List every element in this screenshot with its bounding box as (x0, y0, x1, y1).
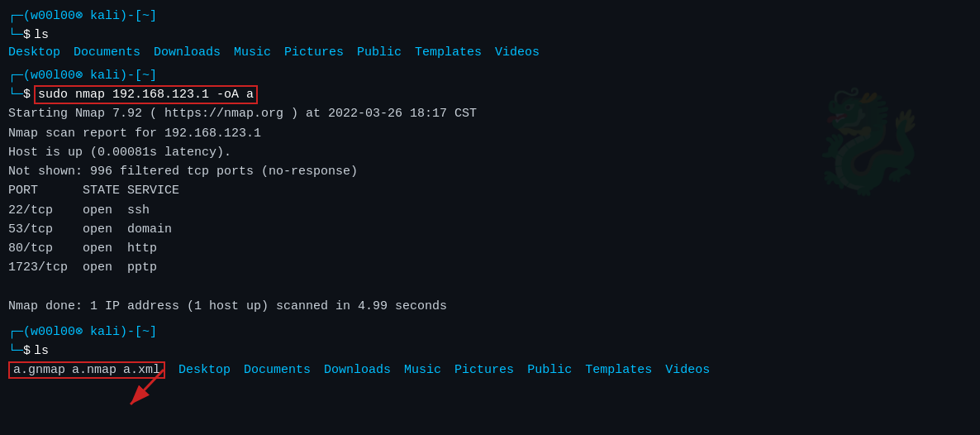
block1: ┌─(w00l00⊗ kali)-[~] └─ $ ls Desktop Doc… (8, 7, 972, 60)
file-gnmap: a.gnmap (13, 363, 65, 377)
dir2-downloads: Downloads (324, 363, 391, 377)
dir-videos: Videos (495, 45, 540, 60)
nmap-line-8: 80/tcp open http (8, 239, 972, 258)
command-1: ls (34, 26, 49, 45)
dir-pictures: Pictures (284, 45, 344, 60)
nmap-line-2: Nmap scan report for 192.168.123.1 (8, 124, 972, 143)
dir2-pictures: Pictures (454, 363, 514, 377)
dir-desktop: Desktop (8, 45, 60, 60)
svg-line-1 (131, 370, 164, 404)
dir-documents: Documents (74, 45, 140, 60)
dir2-music: Music (404, 363, 441, 377)
dollar-1: $ (23, 26, 31, 45)
prompt-line-3: ┌─(w00l00⊗ kali)-[~] (8, 323, 972, 342)
dir2-documents: Documents (244, 363, 311, 377)
prompt-arrow-2: └─ (8, 85, 23, 104)
nmap-line-5: PORT STATE SERVICE (8, 181, 972, 200)
nmap-line-blank (8, 278, 972, 297)
dir-downloads: Downloads (154, 45, 221, 60)
prompt-line-2: ┌─(w00l00⊗ kali)-[~] (8, 66, 972, 85)
nmap-command-highlighted: sudo nmap 192.168.123.1 -oA a (34, 85, 258, 105)
nmap-line-4: Not shown: 996 filtered tcp ports (no-re… (8, 162, 972, 181)
dir2-public: Public (527, 363, 572, 377)
command-3: ls (34, 342, 49, 361)
dir-templates: Templates (415, 45, 482, 60)
command-line-3: └─ $ ls (8, 342, 972, 361)
terminal: 🐉 ┌─(w00l00⊗ kali)-[~] └─ $ ls Desktop D… (0, 0, 980, 435)
command-line-2: └─ $ sudo nmap 192.168.123.1 -oA a (8, 85, 972, 105)
prompt-line-1: ┌─(w00l00⊗ kali)-[~] (8, 7, 972, 26)
dir-music: Music (234, 45, 271, 60)
file-nmap: a.nmap (72, 363, 117, 377)
dir2-templates: Templates (585, 363, 652, 377)
prompt-text-3: ┌─(w00l00⊗ kali)-[~] (8, 323, 157, 342)
nmap-line-7: 53/tcp open domain (8, 220, 972, 239)
arrow-indicator (122, 368, 188, 413)
prompt-text-1: ┌─(w00l00⊗ kali)-[~] (8, 7, 157, 26)
dir2-videos: Videos (665, 363, 710, 377)
prompt-arrow-3: └─ (8, 342, 23, 361)
nmap-line-3: Host is up (0.00081s latency). (8, 143, 972, 162)
prompt-arrow-1: └─ (8, 26, 23, 45)
command-line-1: └─ $ ls (8, 26, 972, 45)
dir-public: Public (357, 45, 402, 60)
nmap-line-1: Starting Nmap 7.92 ( https://nmap.org ) … (8, 104, 972, 123)
nmap-line-9: 1723/tcp open pptp (8, 258, 972, 277)
dollar-2: $ (23, 85, 31, 104)
dirs-row-1: Desktop Documents Downloads Music Pictur… (8, 45, 972, 60)
nmap-line-6: 22/tcp open ssh (8, 201, 972, 220)
nmap-line-done: Nmap done: 1 IP address (1 host up) scan… (8, 297, 972, 316)
prompt-text-2: ┌─(w00l00⊗ kali)-[~] (8, 66, 157, 85)
block2: ┌─(w00l00⊗ kali)-[~] └─ $ sudo nmap 192.… (8, 66, 972, 317)
dollar-3: $ (23, 342, 31, 361)
